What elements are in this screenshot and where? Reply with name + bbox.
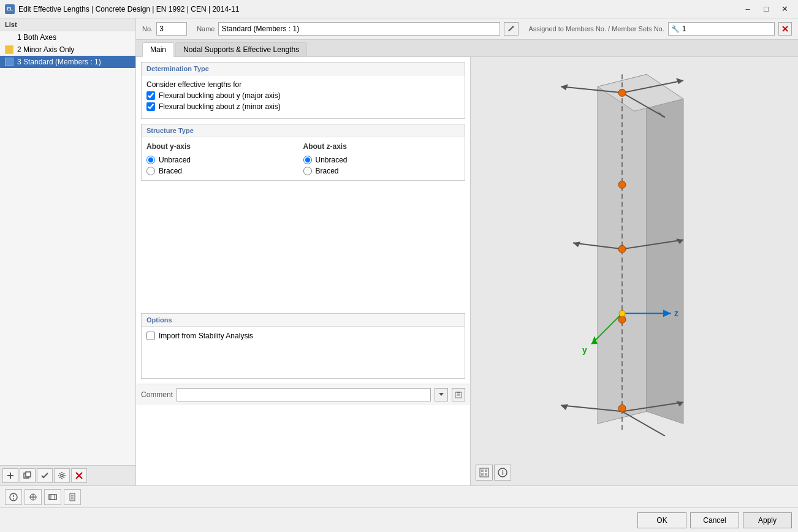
tab-main[interactable]: Main — [142, 42, 174, 57]
maximize-button[interactable]: □ — [758, 2, 775, 16]
minimize-button[interactable]: – — [739, 2, 756, 16]
name-field: Name — [197, 22, 519, 36]
window-title: Edit Effective Lengths | Concrete Design… — [18, 5, 239, 13]
bottom-tool-4[interactable] — [64, 489, 81, 505]
svg-text:i: i — [502, 469, 504, 476]
structure-type-section: Structure Type About y-axis Unbraced — [141, 124, 465, 181]
svg-text:z: z — [674, 308, 678, 318]
svg-point-36 — [618, 316, 626, 323]
svg-rect-59 — [49, 495, 56, 500]
import-checkbox[interactable] — [146, 332, 155, 340]
assigned-value: 🔧 1 — [668, 22, 775, 36]
column-3d: y z — [542, 68, 726, 438]
svg-rect-47 — [485, 469, 487, 472]
sidebar-label-2: 2 Minor Axis Only — [17, 45, 74, 54]
svg-point-35 — [618, 245, 626, 253]
check-button[interactable] — [37, 468, 53, 483]
comment-row: Comment — [136, 384, 470, 405]
z-unbraced-radio[interactable] — [303, 156, 312, 164]
name-label: Name — [197, 25, 215, 32]
spacer — [136, 186, 470, 308]
svg-point-4 — [61, 474, 63, 477]
structure-type-content: About y-axis Unbraced Braced — [142, 137, 465, 180]
no-label: No. — [142, 25, 153, 32]
svg-rect-3 — [26, 472, 31, 477]
y-braced-label: Braced — [159, 167, 182, 175]
app-icon: EL — [5, 4, 15, 14]
no-input[interactable] — [156, 22, 187, 36]
close-button[interactable]: ✕ — [776, 2, 793, 16]
svg-rect-49 — [485, 473, 487, 476]
form-panel: Determination Type Consider effective le… — [136, 57, 471, 485]
content-area: List 1 Both Axes 2 Minor Axis Only 3 Sta… — [0, 18, 798, 485]
tab-nodal-supports[interactable]: Nodal Supports & Effective Lengths — [175, 42, 307, 56]
assigned-clear-button[interactable] — [778, 22, 792, 36]
comment-paste-button[interactable] — [452, 388, 465, 401]
z-braced-row: Braced — [303, 167, 460, 175]
check-z-axis-row: Flexural buckling about z (minor axis) — [146, 102, 460, 111]
z-unbraced-label: Unbraced — [316, 156, 348, 164]
svg-marker-19 — [676, 78, 683, 84]
settings-button[interactable] — [54, 468, 70, 483]
comment-label: Comment — [141, 390, 173, 399]
check-z-label: Flexural buckling about z (minor axis) — [159, 102, 281, 111]
title-bar: EL Edit Effective Lengths | Concrete Des… — [0, 0, 798, 18]
check-z-axis[interactable] — [146, 102, 155, 111]
delete-button[interactable] — [71, 468, 87, 483]
sidebar-header: List — [0, 18, 135, 31]
sidebar-item-2[interactable]: 2 Minor Axis Only — [0, 44, 135, 56]
view-tool-2[interactable]: i — [494, 465, 511, 481]
determination-type-title: Determination Type — [142, 63, 465, 75]
z-axis-col: About z-axis Unbraced Braced — [303, 142, 460, 175]
y-unbraced-radio[interactable] — [146, 156, 155, 164]
check-y-label: Flexural buckling about y (major axis) — [159, 91, 281, 100]
z-braced-radio[interactable] — [303, 167, 312, 175]
name-input[interactable] — [218, 22, 500, 36]
svg-rect-1 — [10, 473, 11, 479]
determination-type-content: Consider effective lengths for Flexural … — [142, 75, 465, 118]
y-braced-radio[interactable] — [146, 167, 155, 175]
y-braced-row: Braced — [146, 167, 303, 175]
sidebar-item-3[interactable]: 3 Standard (Members : 1) — [0, 56, 135, 68]
sidebar-items: 1 Both Axes 2 Minor Axis Only 3 Standard… — [0, 31, 135, 465]
svg-text:y: y — [582, 345, 587, 355]
add-button[interactable] — [2, 468, 18, 483]
tabs: Main Nodal Supports & Effective Lengths — [136, 40, 798, 57]
z-unbraced-row: Unbraced — [303, 156, 460, 164]
y-axis-header: About y-axis — [146, 142, 303, 151]
import-label: Import from Stability Analysis — [159, 332, 253, 340]
view-tool-1[interactable] — [476, 465, 493, 481]
options-title: Options — [142, 314, 465, 327]
name-edit-button[interactable] — [504, 22, 519, 36]
no-field: No. — [142, 22, 187, 36]
ok-button[interactable]: OK — [637, 512, 686, 528]
options-section: Options Import from Stability Analysis — [141, 313, 465, 379]
y-axis-col: About y-axis Unbraced Braced — [146, 142, 303, 175]
right-panel: No. Name Assigned to Members No. / Membe… — [136, 18, 798, 485]
sidebar-toolbar — [0, 465, 135, 485]
duplicate-button[interactable] — [20, 468, 36, 483]
consider-label: Consider effective lengths for — [146, 80, 460, 89]
svg-rect-46 — [481, 469, 484, 472]
check-y-axis[interactable] — [146, 91, 155, 100]
sidebar-icon-3 — [5, 58, 13, 66]
sidebar-icon-2 — [5, 45, 13, 54]
cancel-button[interactable]: Cancel — [690, 512, 739, 528]
view-panel: y z — [471, 57, 798, 485]
structure-type-title: Structure Type — [142, 124, 465, 137]
comment-input[interactable] — [177, 388, 431, 401]
wrench-icon: 🔧 — [671, 25, 680, 33]
assigned-section: Assigned to Members No. / Member Sets No… — [528, 22, 792, 36]
bottom-toolbar — [0, 485, 798, 507]
sidebar-item-1[interactable]: 1 Both Axes — [0, 31, 135, 44]
structure-type-grid: About y-axis Unbraced Braced — [146, 142, 460, 175]
bottom-tool-1[interactable] — [5, 489, 22, 505]
bottom-tool-3[interactable] — [44, 489, 61, 505]
bottom-tool-2[interactable] — [25, 489, 42, 505]
title-bar-buttons: – □ ✕ — [739, 2, 793, 16]
comment-dropdown-button[interactable] — [435, 388, 448, 401]
svg-point-44 — [619, 310, 625, 316]
svg-marker-14 — [647, 74, 683, 424]
footer: OK Cancel Apply — [0, 507, 798, 532]
apply-button[interactable]: Apply — [743, 512, 792, 528]
